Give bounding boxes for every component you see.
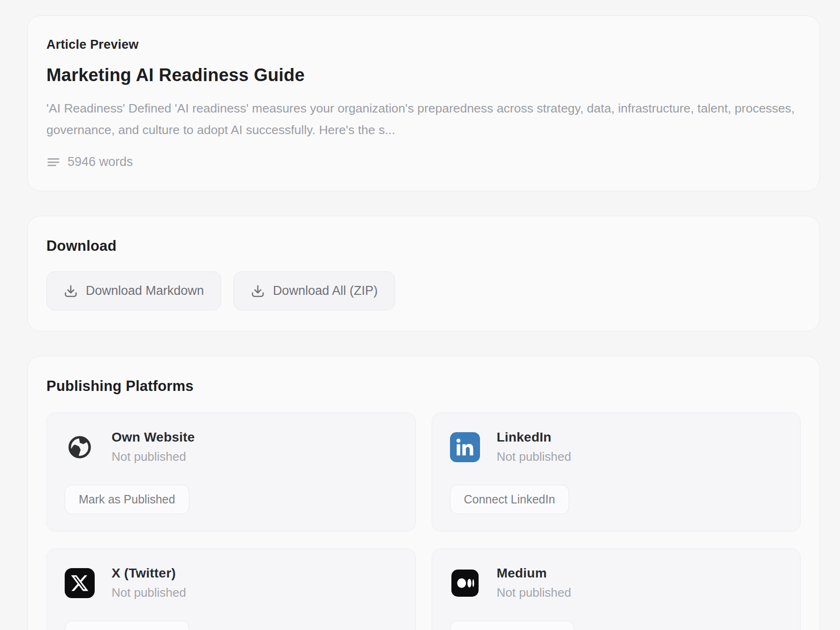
connect-linkedin-button[interactable]: Connect LinkedIn bbox=[450, 485, 570, 514]
article-title: Marketing AI Readiness Guide bbox=[46, 65, 801, 85]
platform-name: Own Website bbox=[112, 430, 195, 445]
globe-icon bbox=[65, 432, 95, 462]
platform-status: Not published bbox=[497, 585, 571, 600]
download-all-zip-label: Download All (ZIP) bbox=[273, 284, 378, 298]
publishing-platforms-card: Publishing Platforms Own Website Not pub… bbox=[27, 356, 820, 630]
mark-as-published-button[interactable]: Mark as Published bbox=[65, 621, 189, 630]
platform-text: LinkedIn Not published bbox=[497, 430, 571, 464]
platform-text: Medium Not published bbox=[497, 566, 571, 600]
mark-as-published-button[interactable]: Mark as Published bbox=[450, 621, 575, 630]
platform-card-medium: Medium Not published Mark as Published bbox=[432, 548, 801, 630]
platform-status: Not published bbox=[497, 450, 571, 464]
publishing-platforms-heading: Publishing Platforms bbox=[46, 378, 801, 395]
article-excerpt: 'AI Readiness' Defined 'AI readiness' me… bbox=[46, 98, 801, 141]
word-count-label: 5946 words bbox=[68, 155, 133, 169]
download-card: Download Download Markdown bbox=[27, 216, 820, 331]
platform-card-linkedin: LinkedIn Not published Connect LinkedIn bbox=[432, 412, 801, 532]
platform-head: X (Twitter) Not published bbox=[65, 566, 398, 600]
mark-as-published-button[interactable]: Mark as Published bbox=[65, 485, 189, 514]
platform-head: LinkedIn Not published bbox=[450, 430, 783, 464]
text-lines-icon bbox=[46, 155, 60, 169]
platform-card-own-website: Own Website Not published Mark as Publis… bbox=[46, 412, 416, 532]
platform-name: Medium bbox=[497, 566, 571, 581]
download-button-row: Download Markdown Download All (ZIP) bbox=[46, 271, 801, 310]
platform-card-x-twitter: X (Twitter) Not published Mark as Publis… bbox=[46, 548, 416, 630]
download-all-zip-button[interactable]: Download All (ZIP) bbox=[233, 271, 395, 310]
platform-status: Not published bbox=[112, 450, 195, 464]
platform-text: Own Website Not published bbox=[112, 430, 195, 464]
download-heading: Download bbox=[46, 238, 801, 255]
platform-text: X (Twitter) Not published bbox=[112, 566, 186, 600]
article-preview-card: Article Preview Marketing AI Readiness G… bbox=[27, 15, 820, 191]
platform-name: LinkedIn bbox=[497, 430, 571, 445]
platform-head: Medium Not published bbox=[450, 566, 783, 600]
platform-status: Not published bbox=[112, 585, 186, 600]
download-icon bbox=[64, 284, 78, 298]
download-markdown-label: Download Markdown bbox=[86, 284, 204, 298]
platform-name: X (Twitter) bbox=[112, 566, 186, 581]
article-preview-heading: Article Preview bbox=[46, 38, 801, 52]
platform-head: Own Website Not published bbox=[65, 430, 398, 464]
medium-icon bbox=[450, 568, 480, 598]
page: Article Preview Marketing AI Readiness G… bbox=[0, 0, 840, 630]
word-count-row: 5946 words bbox=[46, 155, 801, 169]
x-twitter-icon bbox=[65, 568, 95, 598]
linkedin-icon bbox=[450, 432, 480, 462]
download-icon bbox=[251, 284, 265, 298]
download-markdown-button[interactable]: Download Markdown bbox=[46, 271, 221, 310]
platform-grid: Own Website Not published Mark as Publis… bbox=[46, 412, 801, 630]
